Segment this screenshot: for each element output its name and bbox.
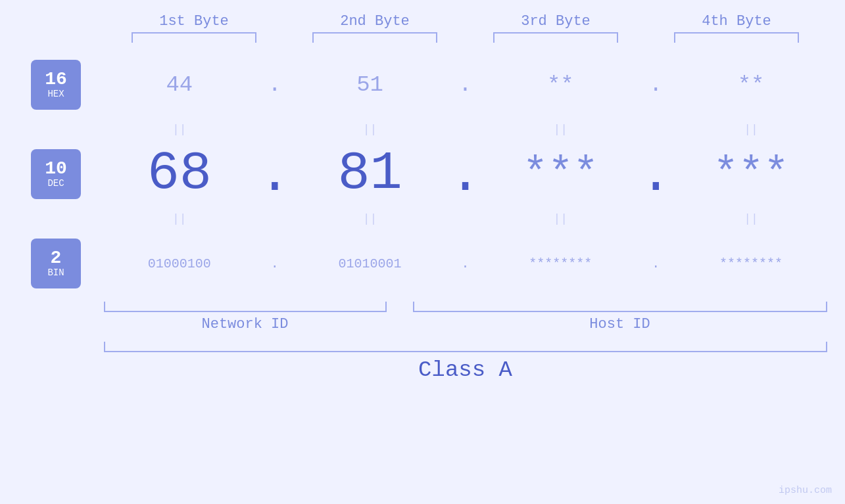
class-label: Class A xyxy=(418,357,512,382)
eq1-b2-sym: || xyxy=(363,123,377,136)
hex-sep-3: . xyxy=(641,48,670,122)
bin-sep-3: . xyxy=(641,227,670,300)
eq1-b2: || xyxy=(289,122,451,137)
bin-sep-1-val: . xyxy=(271,256,279,271)
bracket-class xyxy=(104,342,827,352)
bin-b2-val: 01010001 xyxy=(339,256,402,271)
hex-b1-val: 44 xyxy=(166,72,193,97)
hex-sep-2: . xyxy=(451,48,480,122)
badge-dec-label: DEC xyxy=(47,178,64,189)
dec-sep-2: . xyxy=(451,137,480,211)
hex-sep-2-val: . xyxy=(458,72,471,97)
bin-b4-val: ******** xyxy=(719,256,783,271)
eq1-b1: || xyxy=(99,122,260,137)
eq2-b3: || xyxy=(480,211,642,227)
badge-dec-cell: 10 DEC xyxy=(13,137,99,211)
col-header-4: 4th Byte xyxy=(661,13,812,30)
badge-bin: 2 BIN xyxy=(31,239,81,288)
dec-b3-val: *** xyxy=(523,153,598,195)
class-label-row: Class A xyxy=(104,357,827,382)
bin-b1-val: 01000100 xyxy=(148,256,211,271)
hex-b3: ** xyxy=(480,48,642,122)
badge-dec-num: 10 xyxy=(45,160,67,178)
bin-b4: ******** xyxy=(670,227,832,300)
dec-b2: 81 xyxy=(289,137,451,211)
badge-bin-num: 2 xyxy=(51,249,62,267)
col-header-1: 1st Byte xyxy=(118,13,270,30)
dec-b2-val: 81 xyxy=(337,147,402,201)
bottom-brackets-row xyxy=(104,302,827,312)
bracket-top-4 xyxy=(674,32,799,43)
bracket-top-2 xyxy=(312,32,437,43)
dec-b3: *** xyxy=(480,137,642,211)
bin-sep-2: . xyxy=(451,227,480,300)
main-container: 1st Byte 2nd Byte 3rd Byte 4th Byte 16 H… xyxy=(0,0,845,504)
bin-sep-3-val: . xyxy=(652,256,660,271)
dec-sep-2-val: . xyxy=(449,149,481,203)
badge-hex-label: HEX xyxy=(47,89,64,99)
bin-b3: ******** xyxy=(480,227,642,300)
badge-dec: 10 DEC xyxy=(31,149,81,199)
data-grid: 16 HEX 44 . 51 . ** . ** || xyxy=(13,48,832,300)
top-brackets xyxy=(104,32,827,43)
badge-hex-cell: 16 HEX xyxy=(13,48,99,122)
bin-sep-1: . xyxy=(260,227,289,300)
dec-sep-1-val: . xyxy=(258,149,291,203)
bracket-network-id xyxy=(104,302,387,312)
hex-b2-val: 51 xyxy=(356,72,383,97)
bracket-top-1 xyxy=(132,32,256,43)
eq1-b3: || xyxy=(480,122,642,137)
hex-b2: 51 xyxy=(289,48,451,122)
network-id-label: Network ID xyxy=(104,316,387,332)
bottom-labels-row: Network ID Host ID xyxy=(104,316,827,332)
hex-b1: 44 xyxy=(99,48,260,122)
bottom-brackets-area: Network ID Host ID xyxy=(104,302,827,332)
dec-sep-3: . xyxy=(641,137,670,211)
eq1-b4-sym: || xyxy=(744,123,758,136)
host-id-label: Host ID xyxy=(413,316,827,332)
bin-b1: 01000100 xyxy=(99,227,260,300)
bin-b2: 01010001 xyxy=(289,227,451,300)
eq1-b4: || xyxy=(670,122,832,137)
hex-b4-val: ** xyxy=(738,72,765,97)
hex-sep-3-val: . xyxy=(649,72,662,97)
col-header-2: 2nd Byte xyxy=(299,13,450,30)
eq2-b1: || xyxy=(99,211,260,227)
column-headers: 1st Byte 2nd Byte 3rd Byte 4th Byte xyxy=(104,13,827,30)
hex-sep-1-val: . xyxy=(268,72,281,97)
badge-bin-cell: 2 BIN xyxy=(13,227,99,300)
dec-b4-val: *** xyxy=(713,153,789,195)
badge-hex-num: 16 xyxy=(45,70,67,89)
dec-sep-3-val: . xyxy=(640,149,672,203)
bin-sep-2-val: . xyxy=(461,256,469,271)
dec-b4: *** xyxy=(670,137,832,211)
full-bracket-area: Class A xyxy=(104,342,827,382)
eq2-b4: || xyxy=(670,211,832,227)
bin-b3-val: ******** xyxy=(529,256,592,271)
col-header-3: 3rd Byte xyxy=(480,13,631,30)
hex-b4: ** xyxy=(670,48,832,122)
badge-hex: 16 HEX xyxy=(31,60,81,110)
bracket-top-3 xyxy=(493,32,618,43)
dec-b1-val: 68 xyxy=(147,147,212,201)
dec-b1: 68 xyxy=(99,137,260,211)
badge-bin-label: BIN xyxy=(47,267,64,278)
watermark: ipshu.com xyxy=(779,485,832,496)
eq1-c1 xyxy=(13,122,99,137)
hex-sep-1: . xyxy=(260,48,289,122)
eq1-b1-sym: || xyxy=(172,123,187,136)
eq2-b2: || xyxy=(289,211,451,227)
eq1-b3-sym: || xyxy=(554,123,568,136)
hex-b3-val: ** xyxy=(547,72,574,97)
dec-sep-1: . xyxy=(260,137,289,211)
bracket-host-id xyxy=(413,302,827,312)
